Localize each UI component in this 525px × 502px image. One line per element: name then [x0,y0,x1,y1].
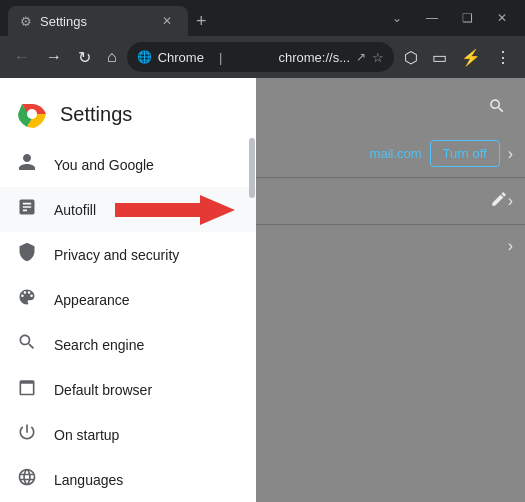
palette-icon [16,287,38,312]
star-icon[interactable]: ☆ [372,50,384,65]
sidebar-title: Settings [60,103,132,126]
sidebar-item-label: Privacy and security [54,247,179,263]
sidebar-scrollbar[interactable] [248,78,256,502]
address-globe-icon: 🌐 [137,50,152,64]
chrome-logo-icon [16,98,48,130]
address-site-label: Chrome [158,50,211,65]
reload-button[interactable]: ↻ [72,44,97,71]
settings-tab-icon: ⚙ [20,14,32,29]
sidebar-item-on-startup[interactable]: On startup [0,412,256,457]
sidebar-item-label: Autofill [54,202,96,218]
window-controls: ⌄ — ❑ ✕ [382,7,517,29]
sidebar-item-label: On startup [54,427,119,443]
active-tab[interactable]: ⚙ Settings ✕ [8,6,188,36]
minimize-button[interactable]: — [416,7,448,29]
sidebar-header: Settings [0,78,256,142]
right-panel: mail.com Turn off › › › [256,78,525,502]
email-label: mail.com [370,146,422,161]
search-icon [16,332,38,357]
autofill-icon [16,197,38,222]
power-icon [16,422,38,447]
sidebar-item-label: Appearance [54,292,130,308]
globe-icon [16,467,38,492]
sidebar-item-you-and-google[interactable]: You and Google [0,142,256,187]
edit-row: › [256,178,525,225]
window-icon[interactable]: ▭ [426,44,453,71]
scrollbar-track [249,78,255,502]
sidebar-item-search-engine[interactable]: Search engine [0,322,256,367]
home-button[interactable]: ⌂ [101,44,123,70]
sidebar-item-autofill[interactable]: Autofill [0,187,256,232]
sidebar-item-label: You and Google [54,157,154,173]
maximize-button[interactable]: ❑ [452,7,483,29]
tab-title: Settings [40,14,150,29]
extensions-icon[interactable]: ⬡ [398,44,424,71]
svg-point-2 [27,109,37,119]
chevron-down-icon[interactable]: ⌄ [382,7,412,29]
sidebar-item-label: Search engine [54,337,144,353]
tab-bar: ⚙ Settings ✕ + [8,0,382,36]
sidebar-item-privacy-security[interactable]: Privacy and security [0,232,256,277]
search-button[interactable] [481,90,513,122]
address-separator: | [219,50,272,65]
toolbar: ← → ↻ ⌂ 🌐 Chrome | chrome://s... ↗ ☆ ⬡ ▭… [0,36,525,78]
sidebar-item-default-browser[interactable]: Default browser [0,367,256,412]
title-bar: ⚙ Settings ✕ + ⌄ — ❑ ✕ [0,0,525,36]
chevron-right-icon-3[interactable]: › [508,237,513,255]
sidebar: Settings You and Google Autofill [0,78,256,502]
chevron-right-icon-2[interactable]: › [508,192,513,210]
shield-icon [16,242,38,267]
window-close-button[interactable]: ✕ [487,7,517,29]
tab-close-button[interactable]: ✕ [158,12,176,30]
person-icon [16,152,38,177]
sidebar-item-appearance[interactable]: Appearance [0,277,256,322]
turn-off-button[interactable]: Turn off [430,140,500,167]
toolbar-icons: ⬡ ▭ ⚡ ⋮ [398,44,517,71]
search-icon [488,97,506,115]
address-url: chrome://s... [278,50,350,65]
more-menu-button[interactable]: ⋮ [489,44,517,71]
sidebar-navigation: You and Google Autofill Privacy and secu… [0,142,256,502]
forward-button[interactable]: → [40,44,68,70]
sidebar-item-languages[interactable]: Languages [0,457,256,502]
sync-row: mail.com Turn off › [256,130,525,178]
chevron-right-icon[interactable]: › [508,145,513,163]
share-icon[interactable]: ↗ [356,50,366,64]
main-area: Settings You and Google Autofill [0,78,525,502]
new-tab-button[interactable]: + [188,11,215,32]
lightning-icon[interactable]: ⚡ [455,44,487,71]
edit-icon[interactable] [490,190,508,212]
browser-icon [16,377,38,402]
scrollbar-thumb[interactable] [249,138,255,198]
extra-row: › [256,225,525,267]
back-button[interactable]: ← [8,44,36,70]
sidebar-item-label: Languages [54,472,123,488]
sidebar-item-label: Default browser [54,382,152,398]
address-bar[interactable]: 🌐 Chrome | chrome://s... ↗ ☆ [127,42,394,72]
